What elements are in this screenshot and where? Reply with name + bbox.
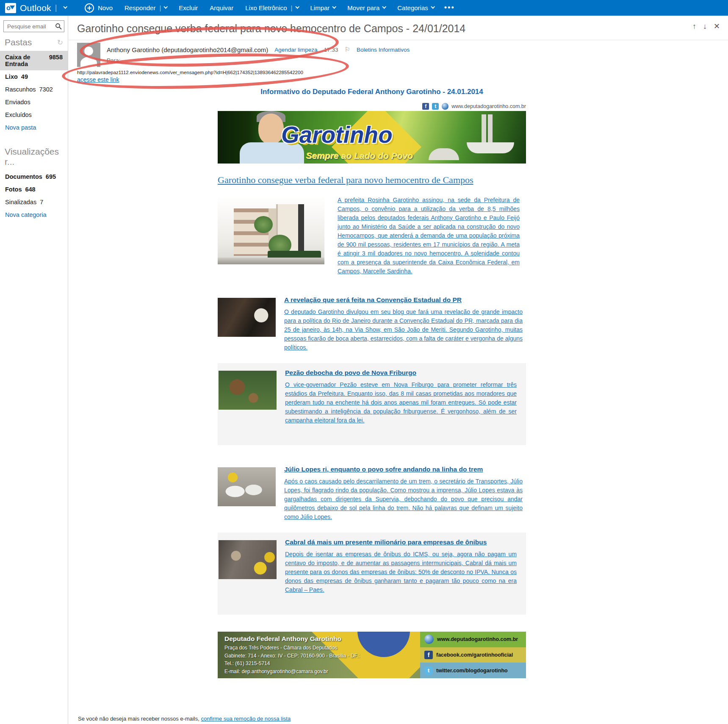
chevron-down-icon: [295, 5, 299, 9]
unsubscribe-row: Se você não deseja mais receber nossos e…: [78, 716, 728, 722]
delete-button[interactable]: Excluir: [173, 0, 204, 16]
article-headline[interactable]: Júlio Lopes ri, enquanto o povo sofre an…: [284, 466, 523, 473]
chevron-down-icon: [382, 5, 386, 9]
globe-icon: [424, 635, 434, 644]
newsletter-title: Informativo do Deputado Federal Anthony …: [218, 88, 526, 96]
article-image-julio-lopes[interactable]: [218, 467, 276, 506]
new-button[interactable]: Novo: [79, 0, 119, 16]
article-image-convencao[interactable]: [218, 298, 276, 337]
search-box: [3, 20, 64, 32]
folders-title: Pastas: [5, 37, 32, 47]
footer-phone-line: Tel.: (61) 3215-5714: [224, 660, 360, 668]
sidebar-item-sinalizadas[interactable]: Sinalizadas7: [0, 196, 68, 208]
outlook-brand[interactable]: o Outlook |: [0, 3, 73, 13]
footer-facebook-link[interactable]: ffacebook.com/garotinhooficial: [420, 647, 526, 663]
sidebar-item-rascunhos[interactable]: Rascunhos7302: [0, 83, 68, 96]
reply-button[interactable]: Responder|: [119, 0, 173, 16]
message-subject: Garotinho consegue verba federal para no…: [77, 22, 728, 35]
article-body[interactable]: A prefeita Rosinha Garotinho assinou, na…: [338, 196, 520, 276]
article-row: A revelação que será feita na Convenção …: [218, 296, 526, 352]
folder-sidebar: Pastas ↻ Caixa de Entrada9858 Lixo49 Ras…: [0, 16, 68, 724]
article-row: A prefeita Rosinha Garotinho assinou, na…: [218, 196, 526, 276]
footer-twitter-link[interactable]: ttwitter.com/blogdogarotinho: [420, 663, 526, 678]
search-icon[interactable]: [55, 23, 62, 30]
article-row: Cabral dá mais um presente milionário pa…: [218, 533, 526, 615]
article-row: Pezão debocha do povo de Nova Friburgo O…: [218, 363, 526, 445]
to-label: Para:: [107, 57, 410, 64]
top-command-bar: o Outlook | Novo Responder| Excluir Arqu…: [0, 0, 728, 16]
new-category-link[interactable]: Nova categoria: [0, 208, 68, 221]
previous-message-icon[interactable]: ↑: [692, 22, 696, 31]
footer-social-links: www.deputadogarotinho.com.br ffacebook.c…: [420, 632, 526, 678]
facebook-icon[interactable]: f: [422, 103, 429, 110]
facebook-icon: f: [424, 651, 433, 659]
flag-icon[interactable]: ⚐: [344, 46, 350, 53]
reading-pane: ↑ ↓ ✕ Garotinho consegue verba federal p…: [69, 16, 728, 724]
article-headline[interactable]: Pezão debocha do povo de Nova Friburgo: [285, 369, 517, 377]
article-body[interactable]: Depois de isentar as empresas de ônibus …: [285, 550, 517, 594]
unsubscribe-link[interactable]: confirme sua remoção de nossa lista: [201, 716, 291, 722]
chevron-down-icon: [164, 5, 168, 9]
footer-deputy-name: Deputado Federal Anthony Garotinho: [224, 635, 360, 643]
footer-website-link[interactable]: www.deputadogarotinho.com.br: [420, 632, 526, 647]
chevron-down-icon: [332, 5, 337, 9]
categories-button[interactable]: Categorias: [391, 0, 440, 16]
sender-avatar: [77, 43, 100, 67]
close-icon[interactable]: ✕: [714, 22, 720, 31]
footer-address-line: Gabinete: 714 - Anexo: IV - CEP: 70160-9…: [224, 652, 360, 660]
raw-url-text: http://palavradepaz1112.enviodenews.com/…: [77, 70, 728, 75]
sidebar-item-lixo[interactable]: Lixo49: [0, 70, 68, 83]
newsletter-body: Informativo do Deputado Federal Anthony …: [218, 88, 526, 678]
views-title: Visualizações r...: [5, 147, 63, 167]
newsletter-social-row: f t www.deputadogarotinho.com.br: [218, 103, 526, 110]
twitter-icon: t: [424, 666, 433, 675]
sender-row: Anthony Garotinho (deputadogarotinho2014…: [77, 43, 728, 67]
next-message-icon[interactable]: ↓: [703, 22, 707, 31]
article-image-friburgo[interactable]: [219, 371, 277, 410]
chevron-down-icon[interactable]: [64, 5, 68, 9]
archive-button[interactable]: Arquivar: [204, 0, 239, 16]
newsletter-website[interactable]: www.deputadogarotinho.com.br: [451, 103, 526, 109]
folders-section-header: Pastas ↻: [5, 37, 63, 47]
sweep-button[interactable]: Limpar: [304, 0, 342, 16]
more-commands-button[interactable]: •••: [440, 0, 459, 16]
brand-divider: |: [55, 3, 57, 12]
banner-name: Garotinho: [281, 121, 393, 148]
banner-slogan: Sempre ao Lado do Povo: [306, 150, 412, 161]
sidebar-item-documentos[interactable]: Documentos695: [0, 170, 68, 183]
footer-address-line: Praça dos Três Poderes - Câmara dos Depu…: [224, 644, 360, 652]
brand-name: Outlook: [20, 3, 51, 13]
twitter-icon[interactable]: t: [432, 103, 439, 110]
junk-button[interactable]: Lixo Eletrônico|: [239, 0, 304, 16]
header-divider: [69, 40, 728, 40]
article-body[interactable]: O deputado Garotinho divulgou em seu blo…: [284, 308, 523, 352]
sidebar-item-caixa-de-entrada[interactable]: Caixa de Entrada9858: [0, 51, 68, 70]
new-folder-link[interactable]: Nova pasta: [0, 121, 68, 134]
newsletter-banner: Garotinho Sempre ao Lado do Povo: [218, 111, 526, 164]
command-menu: Novo Responder| Excluir Arquivar Lixo El…: [79, 0, 459, 16]
outlook-logo-icon: o: [5, 3, 16, 13]
access-link[interactable]: acesse este link: [77, 76, 119, 83]
message-nav-icons: ↑ ↓ ✕: [692, 22, 723, 31]
move-to-button[interactable]: Mover para: [341, 0, 391, 16]
article-image-onibus[interactable]: [219, 540, 277, 579]
sidebar-item-enviados[interactable]: Enviados: [0, 96, 68, 108]
article-headline[interactable]: Cabral dá mais um presente milionário pa…: [285, 538, 517, 546]
sidebar-item-fotos[interactable]: Fotos648: [0, 183, 68, 196]
article-headline[interactable]: Garotinho consegue verba federal para no…: [218, 175, 526, 186]
article-image-hemocentro[interactable]: [218, 196, 324, 264]
sender-name: Anthony Garotinho (deputadogarotinho2014…: [107, 46, 268, 53]
schedule-cleanup-link[interactable]: Agendar limpeza: [274, 47, 317, 53]
category-link[interactable]: Boletins Informativos: [357, 47, 410, 53]
article-body[interactable]: Após o caos causado pelo descarrilamento…: [284, 477, 523, 522]
sidebar-item-excluidos[interactable]: Excluídos: [0, 108, 68, 121]
plus-circle-icon: [85, 3, 94, 13]
unsubscribe-text: Se você não deseja mais receber nossos e…: [78, 716, 199, 722]
refresh-icon[interactable]: ↻: [57, 38, 63, 47]
article-headline[interactable]: A revelação que será feita na Convenção …: [284, 296, 523, 304]
message-time: 17:33: [324, 47, 338, 53]
footer-email-line: E-mail: dep.anthonygarotinho@camara.gov.…: [224, 668, 360, 676]
article-row: Júlio Lopes ri, enquanto o povo sofre an…: [218, 466, 526, 522]
globe-icon[interactable]: [442, 103, 448, 110]
article-body[interactable]: O vice-governador Pezão esteve em Nova F…: [285, 380, 517, 425]
